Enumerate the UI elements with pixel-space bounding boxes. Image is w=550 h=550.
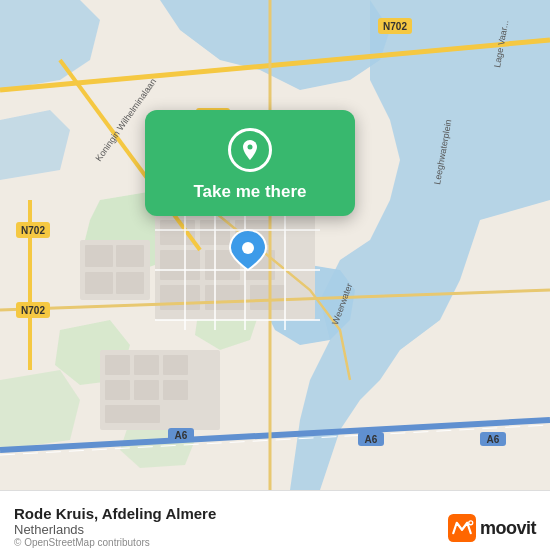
svg-rect-19 [116,272,144,294]
location-pin-icon [228,128,272,172]
svg-rect-23 [163,355,188,375]
svg-point-59 [242,242,254,254]
svg-rect-24 [105,380,130,400]
svg-rect-25 [134,380,159,400]
svg-point-60 [248,145,253,150]
svg-rect-27 [105,405,160,423]
svg-rect-22 [134,355,159,375]
svg-rect-6 [160,220,195,245]
svg-text:A6: A6 [175,430,188,441]
moovit-text: moovit [480,518,536,539]
osm-attribution: © OpenStreetMap contributors [14,537,150,548]
svg-text:A6: A6 [365,434,378,445]
svg-rect-17 [116,245,144,267]
svg-rect-26 [163,380,188,400]
svg-rect-12 [160,285,200,310]
svg-rect-16 [85,245,113,267]
map-area: N702 N702 N702 N702 A6 A6 A6 Weerwater K… [0,0,550,490]
take-me-there-button[interactable]: Take me there [145,110,355,216]
moovit-icon-svg [448,514,476,542]
moovit-logo: moovit [448,514,536,542]
svg-rect-13 [205,285,245,310]
svg-rect-9 [160,250,200,280]
svg-text:N702: N702 [383,21,407,32]
svg-text:N702: N702 [21,305,45,316]
svg-text:A6: A6 [487,434,500,445]
svg-rect-21 [105,355,130,375]
svg-rect-14 [250,285,285,310]
popup-label: Take me there [193,182,306,202]
svg-text:N702: N702 [21,225,45,236]
svg-point-63 [469,521,472,524]
bottom-info-bar: Rode Kruis, Afdeling Almere Netherlands … [0,490,550,550]
svg-rect-18 [85,272,113,294]
